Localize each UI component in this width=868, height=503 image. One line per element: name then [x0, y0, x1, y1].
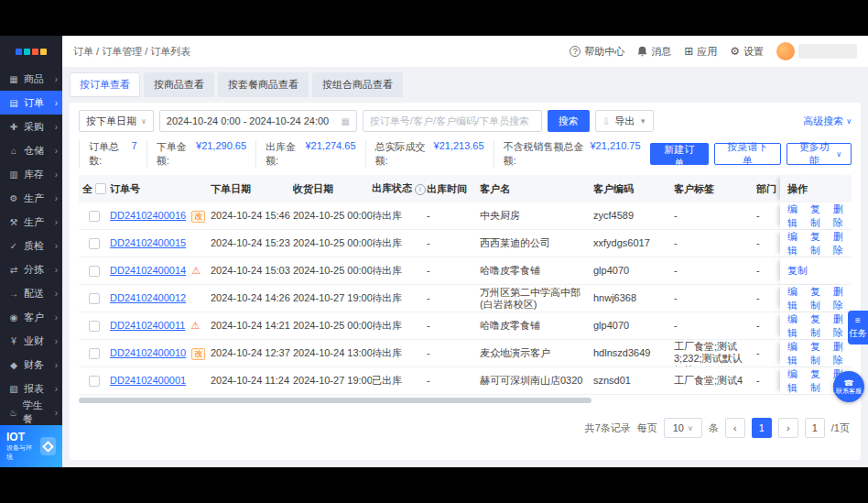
- receive-date-cell: 2024-10-27 19:00: [293, 292, 372, 304]
- edit-link[interactable]: 编辑: [787, 367, 806, 395]
- copy-link[interactable]: 复制: [810, 285, 829, 312]
- horizontal-scrollbar[interactable]: [79, 398, 591, 403]
- col-header-outbound-status[interactable]: 出库状态: [372, 182, 427, 195]
- row-checkbox[interactable]: [89, 238, 100, 249]
- customer-tag-cell: -: [674, 292, 756, 304]
- date-type-label: 按下单日期: [86, 115, 136, 128]
- order-number-link[interactable]: DD24102400016: [110, 210, 186, 221]
- row-checkbox[interactable]: [89, 348, 100, 359]
- topbar: 订单 / 订单管理 / 订单列表 ? 帮助中心 消息 ⊞ 应用 ⚙ 设置: [62, 36, 868, 67]
- bell-icon: [637, 46, 647, 57]
- delete-link[interactable]: 删除: [833, 285, 852, 312]
- col-header-outbound-time[interactable]: 出库时间: [427, 183, 480, 195]
- order-number-link[interactable]: DD24102400010: [110, 347, 186, 358]
- select-all-checkbox[interactable]: [95, 183, 106, 194]
- row-checkbox[interactable]: [89, 293, 100, 304]
- row-checkbox[interactable]: [89, 211, 100, 222]
- outbound-status: 待出库: [372, 347, 427, 359]
- order-number-link[interactable]: DD24102400011: [110, 320, 185, 331]
- logo-square-yellow: [40, 49, 47, 55]
- sidebar-item[interactable]: ▧ 报表 ›: [0, 377, 62, 400]
- row-checkbox[interactable]: [89, 376, 100, 387]
- summary-item: 不含税销售额总金额: ¥21,210.75: [494, 140, 650, 168]
- copy-link[interactable]: 复制: [810, 312, 829, 340]
- search-button[interactable]: 搜索: [548, 110, 590, 132]
- view-tab[interactable]: 按商品查看: [144, 72, 214, 97]
- more-functions-button[interactable]: 更多功能 ∨: [787, 143, 852, 165]
- edit-link[interactable]: 编辑: [787, 312, 806, 340]
- page-size-select[interactable]: 10 ∨: [664, 418, 702, 438]
- order-number-link[interactable]: DD24102400015: [110, 237, 186, 248]
- new-order-button[interactable]: 新建订单: [650, 143, 709, 165]
- col-header-order-no[interactable]: 订单号: [110, 183, 211, 195]
- messages-button[interactable]: 消息: [637, 45, 671, 59]
- sidebar-item[interactable]: ⚒ 生产 ›: [0, 210, 62, 234]
- sidebar-item[interactable]: ⇄ 分拣 ›: [0, 257, 62, 281]
- summary-label: 下单金额:: [157, 140, 193, 168]
- row-checkbox[interactable]: [89, 321, 100, 332]
- col-header-customer-tag[interactable]: 客户标签: [674, 183, 756, 195]
- iot-panel[interactable]: IOT 设备与环境: [0, 425, 62, 467]
- sidebar-item[interactable]: ✚ 采购 ›: [0, 115, 62, 138]
- col-header-receive-date[interactable]: 收货日期: [293, 183, 372, 195]
- sidebar-item[interactable]: ◉ 客户 ›: [0, 305, 62, 329]
- copy-link[interactable]: 复制: [810, 340, 829, 367]
- order-number-link[interactable]: DD24102400001: [110, 375, 186, 386]
- order-number-link[interactable]: DD24102400014: [110, 265, 186, 276]
- table-row: DD24102400012 2024-10-24 14:26 2024-10-2…: [79, 285, 852, 312]
- edit-link[interactable]: 编辑: [787, 202, 806, 230]
- sidebar-item[interactable]: → 配送 ›: [0, 281, 62, 305]
- sidebar-item[interactable]: ⚙ 生产 ›: [0, 186, 62, 210]
- sidebar-item[interactable]: ▥ 库存 ›: [0, 162, 62, 186]
- view-tab-label: 按套餐商品查看: [228, 79, 298, 90]
- question-icon: ?: [570, 46, 580, 57]
- delete-link[interactable]: 删除: [833, 202, 852, 230]
- view-tab[interactable]: 按订单查看: [70, 72, 140, 97]
- col-header-order-date[interactable]: 下单日期: [211, 183, 293, 195]
- view-tab[interactable]: 按套餐商品查看: [218, 72, 309, 97]
- breadcrumb: 订单 / 订单管理 / 订单列表: [73, 45, 190, 59]
- edit-link[interactable]: 编辑: [787, 285, 806, 312]
- copy-link[interactable]: 复制: [810, 202, 829, 230]
- jump-page-input[interactable]: 1: [805, 418, 825, 438]
- sidebar-item[interactable]: ¥ 业财 ›: [0, 329, 62, 353]
- user-account[interactable]: [776, 42, 857, 60]
- edit-link[interactable]: 编辑: [787, 340, 806, 367]
- help-center-button[interactable]: ? 帮助中心: [570, 45, 624, 59]
- edit-link[interactable]: 编辑: [787, 230, 806, 257]
- order-no-cell: DD24102400011 ⚠: [110, 320, 211, 332]
- delete-link[interactable]: 删除: [833, 230, 852, 257]
- col-header-customer-name[interactable]: 客户名: [480, 183, 593, 195]
- settings-button[interactable]: ⚙ 设置: [730, 45, 764, 59]
- copy-link[interactable]: 复制: [810, 230, 829, 257]
- chevron-right-icon: ›: [55, 98, 58, 108]
- date-type-dropdown[interactable]: 按下单日期 ∨: [79, 110, 154, 132]
- recipe-order-button[interactable]: 按菜谱下单: [714, 143, 781, 165]
- date-range-picker[interactable]: 2024-10-24 0:00 - 2024-10-24 24:00 ▦: [159, 110, 357, 132]
- advanced-search-link[interactable]: 高级搜索 ∨: [803, 115, 852, 128]
- sidebar-item[interactable]: ▤ 订单 ›: [0, 91, 62, 115]
- col-header-customer-code[interactable]: 客户编码: [593, 183, 674, 195]
- apps-button[interactable]: ⊞ 应用: [684, 45, 717, 59]
- sidebar-item[interactable]: ♨ 学生餐 ›: [0, 400, 62, 424]
- prev-page-button[interactable]: ‹: [725, 418, 745, 438]
- sidebar-item[interactable]: ▦ 商品 ›: [0, 67, 62, 91]
- contact-service-button[interactable]: ☎ 联系客服: [833, 371, 864, 402]
- receive-date-cell: 2024-10-25 00:00: [293, 320, 372, 332]
- advanced-search-label: 高级搜索: [803, 115, 843, 128]
- copy-link[interactable]: 复制: [810, 367, 829, 395]
- gear-icon: ⚙: [730, 45, 740, 58]
- view-tab[interactable]: 按组合商品查看: [312, 72, 403, 97]
- task-float-button[interactable]: ≡ 任务: [848, 311, 868, 344]
- row-checkbox[interactable]: [89, 266, 100, 277]
- copy-link[interactable]: 复制: [787, 264, 808, 278]
- page-1-button[interactable]: 1: [752, 418, 772, 438]
- summary-bar: 订单总数: 7 下单金额: ¥21,290.65 出库金额: ¥21: [79, 140, 852, 168]
- export-dropdown[interactable]: ⇩ 导出 ▼: [595, 110, 654, 132]
- next-page-button[interactable]: ›: [778, 418, 798, 438]
- sidebar-item[interactable]: ◆ 财务 ›: [0, 353, 62, 377]
- sidebar-item[interactable]: ⌂ 仓储 ›: [0, 138, 62, 162]
- order-number-link[interactable]: DD24102400012: [110, 292, 186, 303]
- sidebar-item[interactable]: ✓ 质检 ›: [0, 234, 62, 257]
- search-input[interactable]: [363, 110, 542, 132]
